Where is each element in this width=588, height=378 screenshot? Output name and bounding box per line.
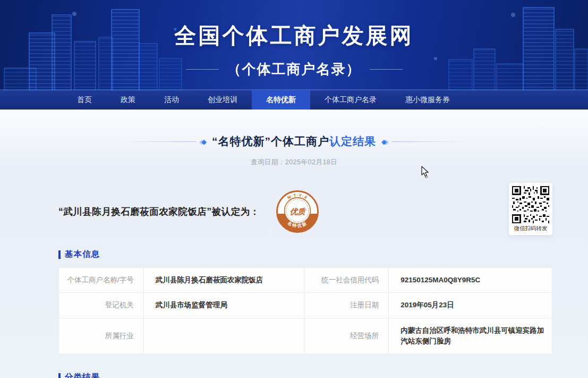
cell-label: 统一社会信用代码: [304, 268, 389, 293]
nav-item-training[interactable]: 创业培训: [193, 90, 252, 110]
diamond-right-icon: ◆: [381, 138, 387, 146]
content: ◆ “名特优新”个体工商户认定结果 ◆ 查询日期：2025年02月18日 “武川…: [0, 110, 588, 378]
subtitle-left-line: [186, 69, 219, 70]
nav-item-home[interactable]: 首页: [63, 90, 106, 110]
cell-value: 武川县市场监督管理局: [143, 293, 304, 318]
cell-value: 92150125MA0Q8Y9R5C: [389, 268, 552, 293]
table-row: 所属行业 经营场所 内蒙古自治区呼和浩特市武川县可镇迎宾路加汽站东侧门脸房: [59, 318, 552, 354]
nav-item-policy[interactable]: 政策: [106, 90, 150, 110]
basic-info-title: 基本信息: [65, 249, 100, 260]
qr-code: [512, 186, 549, 223]
query-date: 查询日期：2025年02月18日: [0, 158, 588, 167]
nav-item-directory[interactable]: 个体工商户名录: [310, 90, 391, 110]
basic-info-table: 个体工商户名称/字号 武川县陈月换石磨莜面农家院饭店 统一社会信用代码 9215…: [58, 267, 552, 354]
cell-value: 2019年05月23日: [389, 293, 552, 318]
main-nav: 首页 政策 活动 创业培训 名特优新 个体工商户名录 惠小微服务券: [0, 90, 588, 110]
table-row: 登记机关 武川县市场监督管理局 注册日期 2019年05月23日: [59, 293, 552, 318]
cell-label: 注册日期: [304, 293, 389, 318]
svg-text:· · · · ·: · · · · ·: [294, 199, 301, 202]
qr-card: 微信扫码转发: [509, 183, 552, 235]
site-subtitle: （个体工商户名录）: [227, 60, 361, 79]
qr-caption: 微信扫码转发: [512, 225, 549, 232]
cell-value: [143, 318, 304, 354]
result-title: “名特优新”个体工商户认定结果: [212, 134, 376, 149]
site-title: 全国个体工商户发展网: [0, 0, 588, 51]
section-bar-icon: [58, 373, 61, 378]
cell-label: 经营场所: [304, 318, 389, 354]
cell-label: 个体工商户名称/字号: [59, 268, 144, 293]
cell-value: 武川县陈月换石磨莜面农家院饭店: [143, 268, 304, 293]
section-bar-icon: [58, 250, 61, 259]
basic-info-header: 基本信息: [58, 249, 588, 260]
nav-item-mtyx[interactable]: 名特优新: [252, 90, 310, 110]
svg-text:优质: 优质: [289, 207, 306, 216]
diamond-left-icon: ◆: [201, 138, 207, 146]
table-row: 个体工商户名称/字号 武川县陈月换石磨莜面农家院饭店 统一社会信用代码 9215…: [59, 268, 552, 293]
cell-value: 内蒙古自治区呼和浩特市武川县可镇迎宾路加汽站东侧门脸房: [389, 318, 552, 354]
nav-item-voucher[interactable]: 惠小微服务券: [391, 90, 464, 110]
title-left-line: [119, 141, 196, 142]
cell-label: 登记机关: [59, 293, 144, 318]
classification-title: 分类结果: [65, 372, 100, 378]
certification-statement: “武川县陈月换石磨莜面农家院饭店”被认定为：: [58, 205, 260, 218]
site-subtitle-row: （个体工商户名录）: [0, 60, 588, 79]
subtitle-right-line: [370, 69, 403, 70]
title-right-line: [392, 141, 469, 142]
cell-label: 所属行业: [59, 318, 144, 354]
classification-header: 分类结果: [58, 372, 588, 378]
banner: 全国个体工商户发展网 （个体工商户名录）: [0, 0, 588, 90]
result-title-row: ◆ “名特优新”个体工商户认定结果 ◆: [0, 110, 588, 149]
quality-seal-icon: M·T·Y·X · · · · · 优质 名特优新: [276, 190, 319, 233]
page: 全国个体工商户发展网 （个体工商户名录） 首页 政策 活动 创业培训 名特优新 …: [0, 0, 588, 378]
nav-item-activity[interactable]: 活动: [150, 90, 193, 110]
